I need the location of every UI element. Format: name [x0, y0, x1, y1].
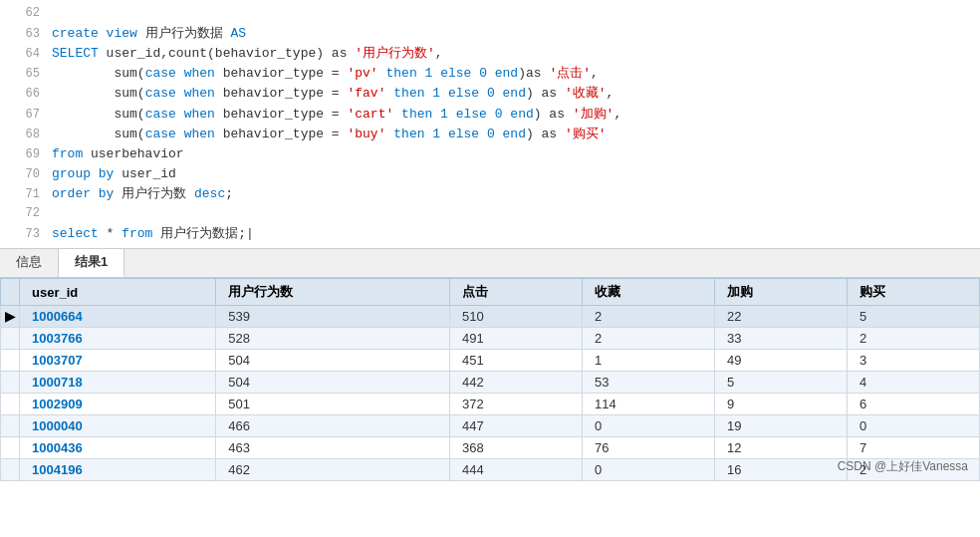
row-indicator [1, 415, 20, 437]
table-cell: 368 [449, 437, 582, 459]
table-cell: 1004196 [20, 459, 216, 481]
table-cell: 22 [714, 306, 847, 328]
table-cell: 0 [847, 415, 979, 437]
code-line: 65 sum(case when behavior_type = 'pv' th… [0, 64, 980, 84]
table-cell: 53 [582, 372, 714, 394]
table-cell: 1 [582, 350, 714, 372]
result-wrapper: user_id用户行为数点击收藏加购购买▶1000664539510222510… [0, 278, 980, 481]
line-content: create view 用户行为数据 AS [52, 24, 246, 44]
code-line: 70group by user_id [0, 164, 980, 184]
code-line: 67 sum(case when behavior_type = 'cart' … [0, 105, 980, 125]
table-cell: 466 [216, 415, 450, 437]
table-cell: 1002909 [20, 394, 216, 415]
code-line: 64SELECT user_id,count(behavior_type) as… [0, 44, 980, 64]
table-cell: 1003766 [20, 328, 216, 350]
row-indicator [1, 328, 20, 350]
table-row: 100290950137211496 [1, 394, 980, 415]
table-cell: 510 [449, 306, 582, 328]
table-row: 10041964624440162 [1, 459, 980, 481]
table-cell: 539 [216, 306, 450, 328]
line-number: 71 [8, 185, 40, 204]
line-number: 65 [8, 65, 40, 84]
code-block: 6263create view 用户行为数据 AS64SELECT user_i… [0, 0, 980, 248]
table-cell: 5 [714, 372, 847, 394]
table-cell: 528 [216, 328, 450, 350]
table-cell: 1000664 [20, 306, 216, 328]
table-cell: 114 [582, 394, 714, 415]
table-cell: 2 [847, 328, 979, 350]
line-number: 69 [8, 145, 40, 164]
line-content: SELECT user_id,count(behavior_type) as '… [52, 44, 443, 64]
row-indicator: ▶ [1, 306, 20, 328]
tab-item[interactable]: 结果1 [59, 249, 124, 277]
table-cell: 462 [216, 459, 450, 481]
table-cell: 501 [216, 394, 450, 415]
line-content: order by 用户行为数 desc; [52, 184, 233, 204]
table-cell: 451 [449, 350, 582, 372]
table-cell: 2 [582, 328, 714, 350]
table-cell: 504 [216, 350, 450, 372]
line-number: 66 [8, 85, 40, 104]
table-row: 10037075044511493 [1, 350, 980, 372]
code-line: 68 sum(case when behavior_type = 'buy' t… [0, 125, 980, 144]
line-number: 68 [8, 126, 40, 144]
table-cell: 372 [449, 394, 582, 415]
table-cell: 19 [714, 415, 847, 437]
line-number: 62 [8, 4, 40, 23]
line-number: 70 [8, 165, 40, 184]
table-row: ▶10006645395102225 [1, 306, 980, 328]
line-number: 64 [8, 45, 40, 64]
row-indicator [1, 459, 20, 481]
line-content: group by user_id [52, 164, 176, 184]
table-cell: 7 [847, 437, 979, 459]
line-content: sum(case when behavior_type = 'fav' then… [52, 84, 613, 104]
table-header: 收藏 [582, 279, 714, 306]
table-header: 加购 [714, 279, 847, 306]
table-row: 10037665284912332 [1, 328, 980, 350]
table-header: 用户行为数 [216, 279, 450, 306]
code-line: 63create view 用户行为数据 AS [0, 24, 980, 44]
code-line: 69from userbehavior [0, 144, 980, 164]
table-cell: 0 [582, 459, 714, 481]
tab-item[interactable]: 信息 [0, 249, 59, 277]
editor-area: 6263create view 用户行为数据 AS64SELECT user_i… [0, 0, 980, 249]
table-cell: 442 [449, 372, 582, 394]
line-number: 63 [8, 25, 40, 44]
code-line: 66 sum(case when behavior_type = 'fav' t… [0, 84, 980, 104]
table-cell: 16 [714, 459, 847, 481]
line-content: select * from 用户行为数据;| [52, 224, 254, 244]
code-line: 73select * from 用户行为数据;| [0, 224, 980, 244]
table-cell: 9 [714, 394, 847, 415]
table-cell: 444 [449, 459, 582, 481]
table-cell: 2 [582, 306, 714, 328]
table-header: 点击 [449, 279, 582, 306]
table-cell: 49 [714, 350, 847, 372]
code-line: 71order by 用户行为数 desc; [0, 184, 980, 204]
table-cell: 1000718 [20, 372, 216, 394]
table-cell: 12 [714, 437, 847, 459]
bottom-panel: 信息结果1 user_id用户行为数点击收藏加购购买▶1000664539510… [0, 249, 980, 481]
line-content: sum(case when behavior_type = 'buy' then… [52, 125, 607, 144]
row-indicator [1, 437, 20, 459]
table-cell: 3 [847, 350, 979, 372]
code-line: 62 [0, 4, 980, 24]
watermark: CSDN @上好佳Vanessa [838, 458, 968, 475]
line-number: 67 [8, 106, 40, 125]
table-header: user_id [20, 279, 216, 306]
row-indicator [1, 394, 20, 415]
row-indicator [1, 350, 20, 372]
table-cell: 1003707 [20, 350, 216, 372]
line-content: sum(case when behavior_type = 'pv' then … [52, 64, 599, 84]
table-cell: 447 [449, 415, 582, 437]
table-cell: 463 [216, 437, 450, 459]
table-cell: 1000040 [20, 415, 216, 437]
table-row: 100043646336876127 [1, 437, 980, 459]
line-content: from userbehavior [52, 144, 184, 164]
table-header: 购买 [847, 279, 979, 306]
table-cell: 504 [216, 372, 450, 394]
table-cell: 76 [582, 437, 714, 459]
line-number: 73 [8, 225, 40, 244]
table-row: 10000404664470190 [1, 415, 980, 437]
table-row: 10007185044425354 [1, 372, 980, 394]
table-cell: 6 [847, 394, 979, 415]
